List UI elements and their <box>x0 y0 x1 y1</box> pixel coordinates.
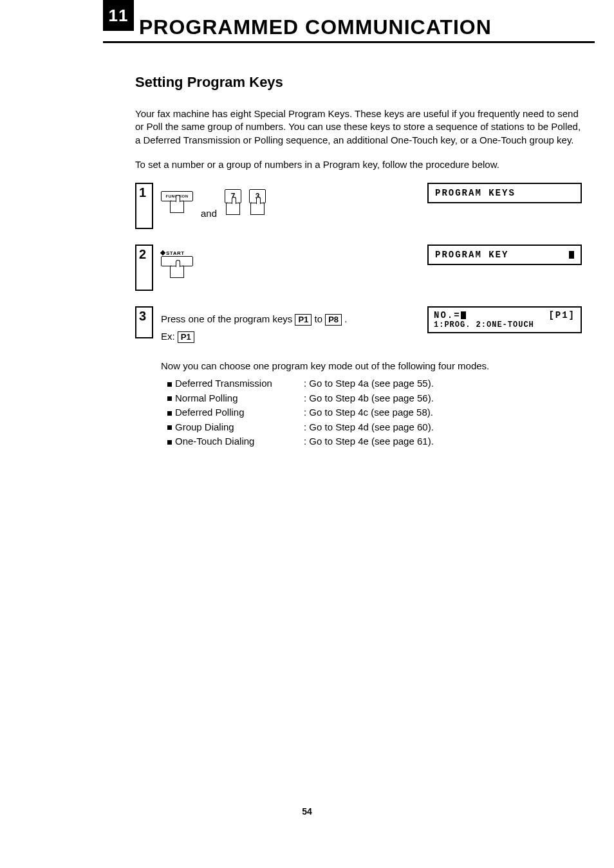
lcd-display: NO.= [P1] 1:PROG. 2:ONE-TOUCH <box>427 306 582 333</box>
modes-intro: Now you can choose one program key mode … <box>161 360 582 371</box>
step-1: 1 FUNCTION and 7 3 PROGRAM KEYS <box>135 183 582 229</box>
intro-paragraph-2: To set a number or a group of numbers in… <box>135 158 582 171</box>
mode-row: Normal Polling : Go to Step 4b (see page… <box>167 391 582 406</box>
start-button-icon: START <box>161 250 193 278</box>
display-line1-right: [P1] <box>548 310 575 320</box>
press-hand-icon <box>170 265 184 278</box>
press-hand-icon <box>250 202 265 215</box>
bullet-icon <box>167 434 175 449</box>
mode-destination: : Go to Step 4a (see page 55). <box>304 376 434 391</box>
mode-row: Group Dialing : Go to Step 4d (see page … <box>167 420 582 435</box>
bullet-icon <box>167 376 175 391</box>
cursor-icon <box>569 251 574 259</box>
modes-section: Now you can choose one program key mode … <box>161 360 582 449</box>
lcd-display: PROGRAM KEYS <box>427 183 582 203</box>
section-title: Setting Program Keys <box>135 74 582 91</box>
content-area: Setting Program Keys Your fax machine ha… <box>135 74 582 449</box>
chapter-number: 11 <box>103 0 134 31</box>
display-line2: 1:PROG. 2:ONE-TOUCH <box>434 320 575 329</box>
bullet-icon <box>167 420 175 435</box>
mode-row: One-Touch Dialing : Go to Step 4e (see p… <box>167 434 582 449</box>
lcd-display: PROGRAM KEY <box>427 245 582 265</box>
mode-label: Normal Polling <box>175 391 304 406</box>
start-label-text: START <box>166 250 185 256</box>
diamond-icon <box>160 250 165 255</box>
start-button-above-label: START <box>161 250 193 256</box>
mode-label: Group Dialing <box>175 420 304 435</box>
step3-text-b: to <box>315 313 326 324</box>
step3-text-a: Press one of the program keys <box>161 313 295 324</box>
step-number: 1 <box>135 183 153 229</box>
mode-label: One-Touch Dialing <box>175 434 304 449</box>
step3-text-c: . <box>344 313 347 324</box>
chapter-title: PROGRAMMED COMMUNICATION <box>134 13 492 41</box>
keycap-p8: P8 <box>325 314 342 326</box>
function-button-icon: FUNCTION <box>161 191 193 213</box>
mode-label: Deferred Transmission <box>175 376 304 391</box>
press-hand-icon <box>226 202 240 215</box>
key-7-icon: 7 <box>225 189 241 215</box>
document-page: 11 PROGRAMMED COMMUNICATION Setting Prog… <box>0 0 614 868</box>
mode-destination: : Go to Step 4e (see page 61). <box>304 434 434 449</box>
mode-row: Deferred Transmission : Go to Step 4a (s… <box>167 376 582 391</box>
press-hand-icon <box>170 200 184 213</box>
bullet-icon <box>167 405 175 420</box>
step-number: 2 <box>135 245 153 291</box>
mode-destination: : Go to Step 4d (see page 60). <box>304 420 434 435</box>
step-2: 2 START PROGRAM KEY <box>135 245 582 291</box>
mode-destination: : Go to Step 4c (see page 58). <box>304 405 433 420</box>
cursor-icon <box>461 311 466 319</box>
step-3: 3 Press one of the program keys P1 to P8… <box>135 306 582 345</box>
page-number: 54 <box>0 806 614 817</box>
intro-paragraph: Your fax machine has eight Special Progr… <box>135 107 582 147</box>
bullet-icon <box>167 391 175 406</box>
keycap-p1: P1 <box>295 314 312 326</box>
mode-row: Deferred Polling : Go to Step 4c (see pa… <box>167 405 582 420</box>
and-text: and <box>201 208 217 219</box>
key-3-icon: 3 <box>249 189 266 215</box>
step-number: 3 <box>135 306 153 338</box>
keycap-example-p1: P1 <box>178 331 194 343</box>
chapter-header: 11 PROGRAMMED COMMUNICATION <box>103 13 595 43</box>
display-text: PROGRAM KEY <box>435 250 508 260</box>
mode-label: Deferred Polling <box>175 405 304 420</box>
example-label: Ex: <box>161 331 178 342</box>
display-line1-left: NO.= <box>434 310 461 320</box>
mode-destination: : Go to Step 4b (see page 56). <box>304 391 434 406</box>
